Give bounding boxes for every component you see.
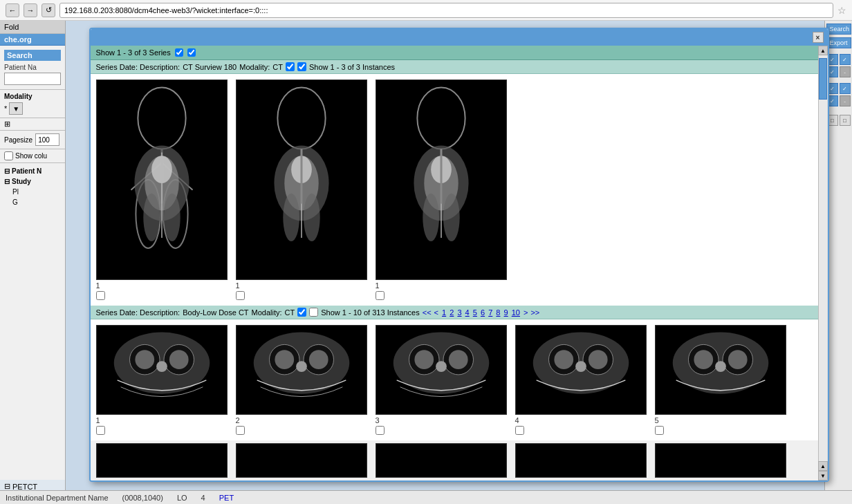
series-2-mod-checkbox-1[interactable]: [297, 308, 306, 317]
study-tree-item[interactable]: ⊟ Study: [4, 176, 61, 187]
page-3[interactable]: 3: [457, 308, 461, 317]
ct-checkbox-2[interactable]: [236, 426, 245, 435]
series-1-mod-checkbox-1[interactable]: [286, 62, 295, 71]
pagination-next[interactable]: >: [524, 308, 528, 317]
ct-scan-4: [515, 325, 647, 415]
series-2-description: Body-Low Dose CT: [183, 308, 248, 317]
content-area: Search Export ✓ ✓ ✓ - ✓ ✓ ✓: [66, 21, 852, 504]
show-series-label: Show 1 - 3 of 3 Series: [96, 48, 171, 57]
image-cell-2: 1: [236, 80, 367, 300]
ct-checkbox-5[interactable]: [655, 426, 664, 435]
series-2-mod-checkbox-2[interactable]: [309, 308, 318, 317]
partial-img-5: [655, 443, 786, 478]
svg-point-27: [423, 194, 439, 241]
image-checkbox-1[interactable]: [96, 291, 105, 300]
page-5[interactable]: 5: [473, 308, 477, 317]
svg-point-44: [296, 361, 307, 372]
ct-checkbox-4[interactable]: [515, 426, 524, 435]
g-sub-item[interactable]: G: [4, 197, 61, 207]
series-main-header: Show 1 - 3 of 3 Series: [91, 46, 818, 60]
pl-sub-item[interactable]: Pl: [4, 187, 61, 197]
ct-num-1: 1: [96, 416, 100, 424]
image-cell-1: 1: [96, 80, 228, 300]
series-1-mod-checkbox-2[interactable]: [297, 62, 306, 71]
browser-toolbar: ← → ↺ ☆: [0, 0, 852, 21]
scrollbar-resize-down[interactable]: ▼: [818, 471, 828, 480]
page-7[interactable]: 7: [488, 308, 492, 317]
svg-point-11: [163, 194, 180, 241]
modal-title-bar: ×: [91, 29, 828, 46]
tree-section: ⊟ Patient N ⊟ Study Pl G: [0, 163, 65, 480]
search-section: Search Patient Na: [0, 46, 65, 90]
svg-point-10: [143, 194, 160, 241]
patient-n-label: Patient N: [12, 167, 41, 175]
url-bar[interactable]: [59, 3, 833, 18]
pagesize-row: Pagesize: [0, 131, 65, 149]
modal-close-button[interactable]: ×: [813, 32, 824, 43]
modality-down-button[interactable]: ▼: [9, 102, 23, 115]
pagesize-label: Pagesize: [4, 136, 33, 144]
pl-label: Pl: [12, 188, 19, 196]
series-2-row: Series Date: Description: Body-Low Dose …: [91, 306, 818, 319]
series-2-modality-label: Modality:: [252, 308, 282, 317]
series-checkbox-2[interactable]: [187, 48, 196, 57]
page-6[interactable]: 6: [481, 308, 485, 317]
series-2-date-label: Series Date: Description:: [96, 308, 180, 317]
svg-point-34: [135, 350, 154, 369]
ct-cell-1: 1: [96, 325, 228, 435]
show-columns-row: Show colu: [0, 149, 65, 163]
ct-checkbox-3[interactable]: [376, 426, 385, 435]
forward-button[interactable]: →: [24, 3, 37, 17]
image-checkbox-3[interactable]: [376, 291, 385, 300]
modality-select-row: * ▼: [4, 102, 61, 115]
modality-label: Modality: [4, 93, 61, 100]
body-scan-2: [236, 80, 367, 280]
pagesize-input[interactable]: [35, 133, 59, 146]
scrollbar-up-button[interactable]: ▲: [818, 46, 828, 55]
svg-point-57: [588, 350, 607, 369]
modal-dialog: × Show 1 - 3 of 3 Series: [89, 28, 829, 482]
expand-row[interactable]: ⊞: [0, 118, 65, 131]
scrollbar-handle[interactable]: [819, 58, 827, 100]
ct-num-5: 5: [655, 416, 659, 424]
back-button[interactable]: ←: [6, 3, 19, 17]
page-2[interactable]: 2: [450, 308, 454, 317]
svg-point-41: [275, 350, 294, 369]
show-columns-checkbox[interactable]: [4, 151, 13, 160]
partial-img-2: [236, 443, 367, 478]
svg-point-28: [443, 194, 459, 241]
ct-svg-5: [656, 325, 786, 415]
page-4[interactable]: 4: [465, 308, 470, 317]
series-1-images: 1: [91, 74, 818, 306]
page-1[interactable]: 1: [442, 308, 446, 317]
image-checkbox-2[interactable]: [236, 291, 245, 300]
ct-svg-1: [97, 325, 227, 415]
series-1-modality-label: Modality:: [239, 63, 270, 71]
fold-label: Fold: [0, 21, 65, 34]
series-1-date-label: Series Date: Description:: [96, 63, 180, 71]
star-icon[interactable]: ☆: [837, 5, 846, 16]
ct-cell-4: 4: [515, 325, 647, 435]
page-9[interactable]: 9: [504, 308, 508, 317]
search-header: Search: [4, 50, 61, 61]
svg-point-36: [169, 350, 188, 369]
modality-section: Modality * ▼: [0, 90, 65, 118]
refresh-button[interactable]: ↺: [41, 3, 55, 17]
patient-tree-item[interactable]: ⊟ Patient N: [4, 166, 61, 176]
page-8[interactable]: 8: [496, 308, 500, 317]
ct-num-4: 4: [515, 416, 519, 424]
image-num-3: 1: [376, 281, 380, 290]
patient-name-input[interactable]: [4, 73, 61, 85]
pagination-prev-prev[interactable]: <<: [423, 308, 432, 317]
pagination-prev[interactable]: <: [434, 308, 438, 317]
scrollbar-resize-up[interactable]: ▲: [818, 461, 828, 471]
svg-point-64: [728, 350, 747, 369]
page-10[interactable]: 10: [512, 308, 520, 317]
ct-checkbox-1[interactable]: [96, 426, 105, 435]
series-2-modality: CT: [285, 308, 295, 317]
pagination-next-next[interactable]: >>: [530, 308, 539, 317]
series-checkbox-1[interactable]: [175, 48, 183, 57]
ct-cell-3: 3: [376, 325, 507, 435]
ct-scan-2: [236, 325, 367, 415]
ct-num-3: 3: [376, 416, 380, 424]
